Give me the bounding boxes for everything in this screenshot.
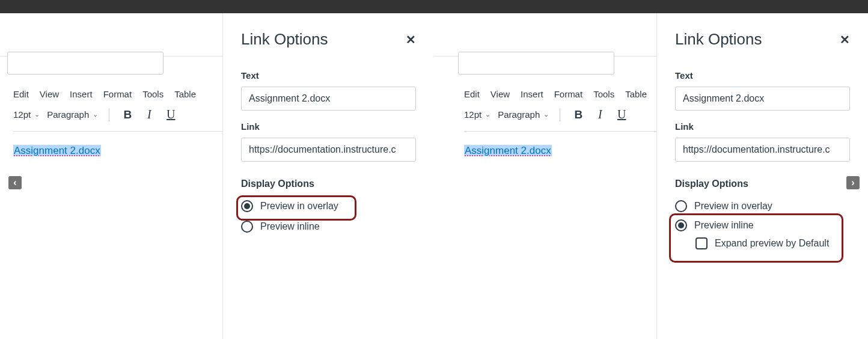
menu-format[interactable]: Format (554, 89, 583, 99)
radio-preview-inline[interactable]: Preview inline (241, 218, 416, 235)
display-options-label: Display Options (241, 179, 416, 189)
checkbox-expand-default[interactable]: Expand preview by Default (675, 234, 850, 249)
chevron-down-icon: ⌄ (543, 111, 549, 118)
text-label: Text (675, 70, 850, 81)
font-size-value: 12pt (13, 109, 31, 120)
display-options-label: Display Options (675, 179, 850, 189)
paragraph-dropdown[interactable]: Paragraph ⌄ (47, 109, 98, 120)
menu-tools[interactable]: Tools (142, 89, 164, 99)
menu-table[interactable]: Table (174, 89, 196, 99)
editor-pane-right: Edit View Insert Format Tools Table 12pt… (434, 13, 656, 339)
prev-arrow-button[interactable]: ‹ (8, 176, 22, 189)
panel-title: Link Options (241, 30, 328, 49)
menu-edit[interactable]: Edit (464, 89, 480, 99)
editor-toolbar: 12pt ⌄ Paragraph ⌄ B I U (13, 108, 222, 126)
italic-button[interactable]: I (142, 108, 156, 121)
bold-button[interactable]: B (571, 108, 585, 121)
radio-label: Preview in overlay (260, 201, 338, 212)
editor-menubar: Edit View Insert Format Tools Table (464, 89, 656, 99)
link-text-input[interactable] (675, 87, 850, 111)
radio-preview-overlay[interactable]: Preview in overlay (241, 198, 416, 215)
checkbox-label: Expand preview by Default (715, 238, 829, 249)
editor-body[interactable]: Assignment 2.docx (13, 131, 222, 157)
close-panel-button[interactable]: ✕ (406, 32, 416, 47)
radio-label: Preview in overlay (694, 201, 772, 212)
file-link[interactable]: Assignment 2.docx (13, 145, 101, 156)
paragraph-dropdown[interactable]: Paragraph ⌄ (498, 109, 549, 120)
chevron-down-icon: ⌄ (93, 111, 98, 118)
font-size-value: 12pt (464, 109, 481, 120)
menu-view[interactable]: View (491, 89, 510, 99)
editor-toolbar: 12pt ⌄ Paragraph ⌄ B I U (464, 108, 656, 126)
link-options-panel-right: Link Options ✕ Text Link Display Options… (656, 13, 868, 339)
underline-button[interactable]: U (164, 108, 178, 121)
next-arrow-button[interactable]: › (846, 176, 860, 189)
menu-format[interactable]: Format (103, 89, 132, 99)
editor-menubar: Edit View Insert Format Tools Table (13, 89, 222, 99)
paragraph-style-value: Paragraph (47, 109, 89, 120)
text-label: Text (241, 70, 416, 81)
menu-view[interactable]: View (40, 89, 59, 99)
radio-preview-overlay[interactable]: Preview in overlay (675, 198, 850, 215)
underline-button[interactable]: U (614, 108, 629, 121)
radio-icon (241, 221, 253, 233)
menu-insert[interactable]: Insert (70, 89, 93, 99)
link-label: Link (241, 121, 416, 132)
link-url-input[interactable] (241, 138, 416, 162)
menu-tools[interactable]: Tools (593, 89, 614, 99)
link-text-input[interactable] (241, 87, 416, 111)
radio-icon (675, 219, 687, 231)
close-panel-button[interactable]: ✕ (840, 32, 850, 47)
title-input[interactable] (458, 52, 614, 75)
italic-button[interactable]: I (593, 108, 607, 121)
link-options-panel-left: Link Options ✕ Text Link Display Options… (222, 13, 434, 339)
file-link[interactable]: Assignment 2.docx (464, 145, 552, 156)
radio-icon (675, 200, 687, 212)
menu-insert[interactable]: Insert (521, 89, 543, 99)
checkbox-icon (695, 237, 708, 249)
chevron-down-icon: ⌄ (34, 111, 40, 118)
font-size-dropdown[interactable]: 12pt ⌄ (13, 109, 40, 120)
chevron-down-icon: ⌄ (485, 111, 491, 118)
top-bar (0, 0, 868, 13)
link-label: Link (675, 121, 850, 132)
radio-icon (241, 200, 253, 212)
panel-title: Link Options (675, 30, 762, 49)
toolbar-separator (560, 108, 560, 121)
menu-edit[interactable]: Edit (13, 89, 29, 99)
editor-body[interactable]: Assignment 2.docx (464, 131, 656, 157)
title-input[interactable] (7, 52, 164, 75)
link-url-input[interactable] (675, 138, 850, 162)
paragraph-style-value: Paragraph (498, 109, 540, 120)
toolbar-separator (109, 108, 109, 121)
radio-label: Preview inline (260, 221, 320, 232)
radio-label: Preview inline (694, 220, 754, 231)
menu-table[interactable]: Table (625, 89, 647, 99)
radio-preview-inline[interactable]: Preview inline (675, 217, 850, 234)
editor-pane-left: Edit View Insert Format Tools Table 12pt… (0, 13, 222, 339)
bold-button[interactable]: B (120, 108, 135, 121)
font-size-dropdown[interactable]: 12pt ⌄ (464, 109, 491, 120)
